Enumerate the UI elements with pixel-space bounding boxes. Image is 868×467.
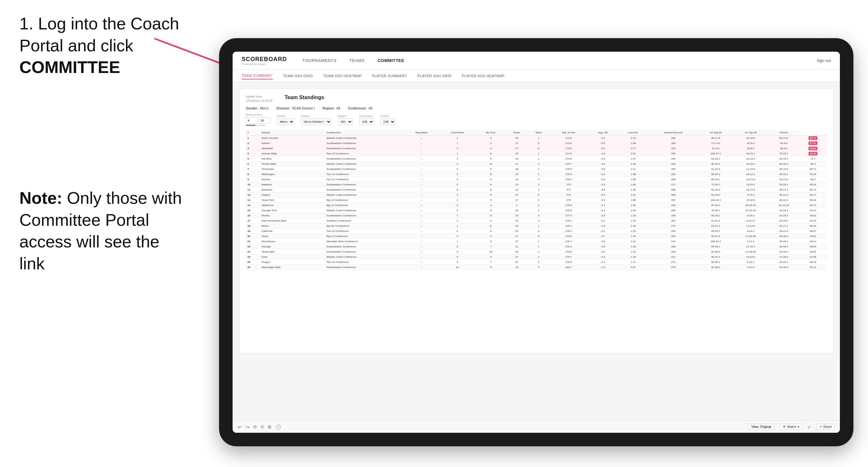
logo-sub: Powered by clippd bbox=[242, 63, 287, 66]
update-time-label: Update time: bbox=[246, 95, 275, 99]
table-cell: – bbox=[404, 167, 439, 172]
table-cell: 269 bbox=[649, 234, 699, 239]
table-cell: 2 bbox=[528, 229, 550, 234]
col-avg-sg: Avg. SG bbox=[588, 130, 618, 136]
region-select-group: Region N/A bbox=[338, 115, 353, 125]
school-select[interactable]: (All) bbox=[380, 119, 395, 125]
toolbar-right: View: Original 👁 Watch ▾ ⤢ ↗ Share bbox=[748, 424, 835, 430]
subnav-team-h2h-heatmap[interactable]: TEAM H2H HEATMAP bbox=[323, 73, 362, 79]
table-cell: 279.5 bbox=[550, 249, 588, 254]
table-cell: 30 bbox=[505, 249, 528, 254]
table-cell: 23-33-1 bbox=[768, 260, 799, 265]
sign-out-button[interactable]: Sign out bbox=[817, 58, 831, 63]
region-select[interactable]: N/A bbox=[338, 119, 353, 125]
col-no-tour: No Tour bbox=[476, 130, 505, 136]
nav-teams[interactable]: TEAMS bbox=[349, 57, 365, 64]
table-cell: 24 bbox=[505, 213, 528, 218]
subnav-player-h2h-grid[interactable]: PLAYER H2H GRID bbox=[417, 73, 452, 79]
table-cell: 1 bbox=[439, 198, 476, 203]
table-cell: – bbox=[404, 177, 439, 182]
table-cell: 3 bbox=[439, 192, 476, 198]
table-cell: 2 bbox=[528, 208, 550, 213]
conference-filter: Conference: All bbox=[348, 106, 372, 110]
standings-header: Update time: 27/03/2024 16:56:26 Team St… bbox=[246, 95, 827, 103]
table-cell: – bbox=[404, 260, 439, 265]
redo-icon[interactable]: ↪ bbox=[246, 424, 249, 430]
subnav-player-summary[interactable]: PLAYER SUMMARY bbox=[372, 73, 407, 79]
share-button[interactable]: ↗ Share bbox=[816, 424, 835, 430]
table-cell: Arizona bbox=[260, 177, 324, 182]
clock-icon[interactable]: 🕐 bbox=[276, 424, 281, 430]
division-filter: Division: NCAA Division I bbox=[277, 106, 315, 110]
table-cell: 97-41-2 bbox=[698, 203, 733, 208]
gender-select[interactable]: Men's bbox=[277, 119, 294, 125]
refresh-icon[interactable]: ⟳ bbox=[253, 424, 257, 430]
nav-committee[interactable]: COMMITTEE bbox=[378, 57, 404, 64]
table-cell: Big Ten Conference bbox=[325, 223, 404, 229]
table-cell: 24 bbox=[505, 218, 528, 223]
table-cell: 91-6-0 bbox=[698, 146, 733, 151]
min-rounds-slider[interactable] bbox=[246, 125, 265, 126]
table-row: 13Texas TechBig 12 Conference–19272276-3… bbox=[246, 198, 827, 203]
table-cell: 279.1 bbox=[550, 223, 588, 229]
table-cell: Duke bbox=[260, 254, 324, 260]
table-cell: 27 bbox=[505, 254, 528, 260]
table-cell: 8 bbox=[476, 182, 505, 187]
subnav-team-h2h-grid[interactable]: TEAM H2H GRID bbox=[283, 73, 313, 79]
table-cell: 60.71 bbox=[799, 187, 827, 192]
table-cell: Southeastern Conference bbox=[325, 146, 404, 151]
min-rounds-max-input[interactable] bbox=[259, 117, 270, 124]
table-cell: Texas A&M bbox=[260, 249, 324, 254]
table-cell: 276 bbox=[550, 198, 588, 203]
table-cell: 4 bbox=[439, 229, 476, 234]
nav-tournaments[interactable]: TOURNAMENTS bbox=[302, 57, 337, 64]
table-cell: 267 bbox=[649, 218, 699, 223]
table-cell: 18 bbox=[246, 223, 260, 229]
table-cell: 0.97 bbox=[618, 265, 648, 270]
table-cell: Tennessee bbox=[260, 167, 324, 172]
table-cell: 1 bbox=[528, 172, 550, 177]
table-cell: – bbox=[404, 244, 439, 249]
subnav-player-h2h-heatmap[interactable]: PLAYER H2H HEATMAP bbox=[462, 73, 504, 79]
conference-select[interactable]: (All) bbox=[359, 119, 374, 125]
table-cell: 33-38-4 bbox=[768, 234, 799, 239]
region-select-label: Region bbox=[338, 115, 353, 118]
table-cell: 30-4-0 bbox=[733, 141, 768, 146]
table-cell: 23-11-0 bbox=[733, 187, 768, 192]
subnav-team-summary[interactable]: TEAM SUMMARY bbox=[242, 72, 273, 80]
table-cell: 1.90 bbox=[618, 187, 648, 192]
settings-icon[interactable]: ⚙ bbox=[268, 424, 272, 430]
undo-icon[interactable]: ↩ bbox=[238, 424, 242, 430]
table-cell: Big 12 Conference bbox=[325, 203, 404, 208]
watch-button[interactable]: 👁 Watch ▾ bbox=[780, 424, 802, 430]
table-cell: 9 bbox=[476, 218, 505, 223]
table-cell: 90-31-2 bbox=[698, 254, 733, 260]
table-cell: -0.7 bbox=[588, 234, 618, 239]
table-cell: 33-44-3 bbox=[768, 249, 799, 254]
table-cell: 271 bbox=[649, 260, 699, 265]
view-original-button[interactable]: View: Original bbox=[748, 424, 775, 430]
table-cell: -6.0 bbox=[588, 172, 618, 177]
table-cell: Southeastern Conference bbox=[325, 187, 404, 192]
division-select[interactable]: NCAA Division I bbox=[301, 119, 332, 125]
table-cell: 9-10-17 bbox=[733, 218, 768, 223]
table-cell: 11-19-0 bbox=[733, 167, 768, 172]
table-row: 8WashingtonPac-12 Conference–28231276.3-… bbox=[246, 172, 827, 177]
min-rounds-min-input[interactable] bbox=[246, 117, 257, 124]
table-cell: 23 bbox=[505, 187, 528, 192]
table-cell: 14 bbox=[246, 203, 260, 208]
table-cell: 269 bbox=[649, 249, 699, 254]
table-cell: Big 12 Conference bbox=[325, 234, 404, 239]
table-cell: 44-24-1 bbox=[768, 208, 799, 213]
table-cell: 24 bbox=[246, 254, 260, 260]
copy-icon[interactable]: ⎘ bbox=[261, 424, 264, 430]
table-cell: 58.94 bbox=[799, 198, 827, 203]
table-cell: 2 bbox=[439, 203, 476, 208]
table-cell: 60-39-2 bbox=[698, 265, 733, 270]
table-cell: -5.1 bbox=[588, 218, 618, 223]
table-cell: 60.17 bbox=[799, 192, 827, 198]
expand-icon[interactable]: ⤢ bbox=[807, 424, 811, 430]
table-cell: 274.2 bbox=[550, 151, 588, 156]
table-cell: -3.1 bbox=[588, 260, 618, 265]
table-cell: 23 bbox=[505, 136, 528, 141]
